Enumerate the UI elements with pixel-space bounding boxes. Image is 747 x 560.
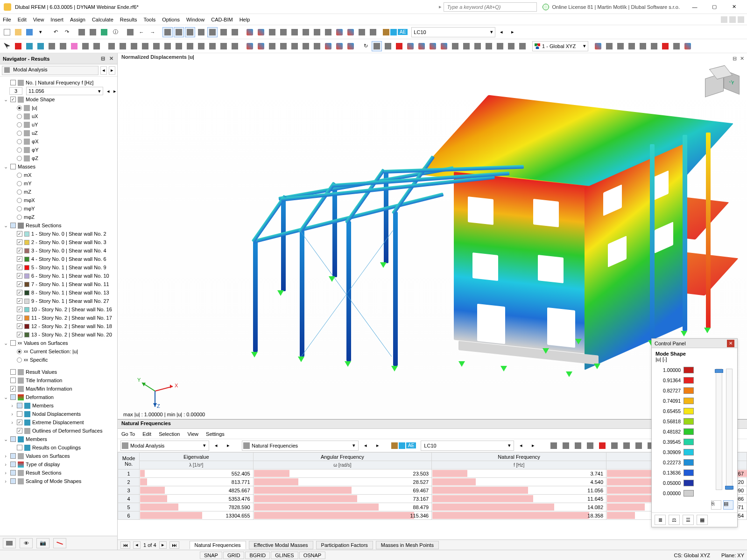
lc-select[interactable]: LC10▾ (411, 27, 495, 37)
cp-tab-list[interactable]: ☰ (683, 515, 694, 525)
th-mode[interactable]: ModeNo. (118, 453, 140, 469)
table-sel1-prev[interactable]: ◂ (211, 441, 221, 451)
tb2-19[interactable] (207, 41, 218, 51)
deform-cb[interactable] (10, 394, 16, 400)
status-grid[interactable]: GRID (223, 552, 245, 559)
tab-freq[interactable]: Natural Frequencies (190, 541, 246, 549)
tb2-52[interactable] (660, 41, 670, 51)
status-snap[interactable]: SNAP (200, 552, 222, 559)
members-cb[interactable] (10, 436, 16, 442)
tb-m11[interactable] (357, 27, 367, 37)
tb2-10[interactable] (106, 41, 117, 51)
menu-assign[interactable]: Assign (70, 17, 85, 22)
tab-masses[interactable]: Effective Modal Masses (249, 541, 313, 549)
nav-pin-icon[interactable]: ⊟ (99, 56, 106, 62)
def-extreme-cb[interactable] (17, 420, 22, 425)
table-menu-goto[interactable]: Go To (121, 431, 135, 437)
vos-cb[interactable] (10, 340, 16, 346)
tb2-29[interactable] (323, 41, 333, 51)
cp-tab-scale[interactable]: ⚖ (669, 515, 680, 525)
status-osnap[interactable]: OSNAP (299, 552, 326, 559)
pg-next[interactable]: ▸ (159, 541, 167, 549)
tp-t8[interactable] (634, 441, 644, 451)
tb2-28[interactable] (312, 41, 322, 51)
tb2-27[interactable] (301, 41, 311, 51)
table-sel3-prev[interactable]: ◂ (516, 441, 526, 451)
table-sel-type[interactable]: Natural Frequencies▾ (242, 441, 359, 451)
close-button[interactable]: ✕ (725, 1, 743, 13)
section-cb-9[interactable] (17, 298, 22, 304)
mode-shape-radio-6[interactable] (17, 156, 22, 161)
tb2-23[interactable] (256, 41, 266, 51)
tp-t7[interactable] (621, 441, 632, 451)
masses-cb[interactable] (10, 164, 16, 169)
extra3-cb[interactable] (10, 478, 16, 484)
tb2-22[interactable] (245, 41, 255, 51)
mode-shape-radio-1[interactable] (17, 114, 22, 119)
tp-t3[interactable] (573, 441, 583, 451)
tb-m8[interactable] (323, 27, 333, 37)
keyword-search-input[interactable] (444, 2, 537, 12)
section-cb-12[interactable] (17, 323, 22, 329)
section-cb-10[interactable] (17, 307, 22, 312)
tb2-member[interactable] (35, 41, 46, 51)
table-sel3-next[interactable]: ▸ (528, 441, 538, 451)
tab-mesh[interactable]: Masses in Mesh Points (376, 541, 439, 549)
tb2-36[interactable] (416, 41, 427, 51)
mode-shape-radio-3[interactable] (17, 131, 22, 136)
nav-btm-1[interactable] (3, 538, 16, 548)
tb2-39[interactable] (450, 41, 460, 51)
tb2-44[interactable] (506, 41, 516, 51)
nav-btm-4[interactable] (53, 538, 66, 548)
nav-btm-2[interactable]: 👁 (20, 538, 33, 548)
section-cb-8[interactable] (17, 290, 22, 295)
exp-deform[interactable]: ⌄ (3, 394, 8, 400)
freq-prev[interactable]: ◂ (107, 88, 110, 94)
tb2-5[interactable] (47, 41, 57, 51)
tb2-26[interactable] (289, 41, 300, 51)
tb2-47[interactable] (604, 41, 614, 51)
vos-specific-radio[interactable] (17, 357, 22, 363)
menu-options[interactable]: Options (162, 17, 180, 22)
tb2-15[interactable] (162, 41, 173, 51)
tab-part[interactable]: Participation Factors (316, 541, 373, 549)
cp-tab-anim[interactable]: ▦ (697, 515, 708, 525)
sections-cb[interactable] (10, 223, 16, 228)
tb2-54[interactable] (683, 41, 693, 51)
tb2-16[interactable] (174, 41, 184, 51)
menu-tools[interactable]: Tools (143, 17, 155, 22)
cp-close-icon[interactable]: ✕ (727, 340, 734, 347)
coord-select[interactable]: 1 - Global XYZ▾ (532, 41, 588, 51)
freq-cb[interactable] (10, 80, 16, 85)
opt-cb-1[interactable] (10, 378, 16, 383)
tb-new[interactable] (2, 27, 12, 37)
tb2-20[interactable] (218, 41, 229, 51)
menu-window[interactable]: Window (186, 17, 204, 22)
tb2-node[interactable] (13, 41, 23, 51)
tb2-17[interactable] (185, 41, 195, 51)
tb-panel4[interactable] (196, 27, 206, 37)
table-sel-lc[interactable]: LC10▾ (421, 441, 514, 451)
section-cb-5[interactable] (17, 265, 22, 270)
tb-save[interactable] (24, 27, 35, 37)
tb-panel6[interactable] (218, 27, 229, 37)
tb2-7[interactable] (69, 41, 79, 51)
tp-pin[interactable]: ⊟ (731, 55, 738, 62)
mass-radio-0[interactable] (17, 173, 22, 178)
tb2-12[interactable] (129, 41, 139, 51)
th-af[interactable]: Angular Frequency (253, 453, 432, 461)
tb2-35[interactable] (405, 41, 416, 51)
tb2-42[interactable] (484, 41, 494, 51)
opt-cb-2[interactable] (10, 386, 16, 392)
tp-t6[interactable] (609, 441, 620, 451)
tb-print[interactable] (77, 27, 87, 37)
mdi-close-icon[interactable] (738, 16, 744, 23)
section-cb-4[interactable] (17, 256, 22, 262)
pg-first[interactable]: ⏮ (120, 541, 130, 549)
tb-m5[interactable] (289, 27, 300, 37)
tb2-40[interactable] (461, 41, 472, 51)
tb-fwd[interactable]: → (148, 27, 158, 37)
tb-back[interactable]: ← (136, 27, 147, 37)
nav-btm-3[interactable]: 📷 (36, 538, 49, 548)
section-cb-11[interactable] (17, 315, 22, 321)
